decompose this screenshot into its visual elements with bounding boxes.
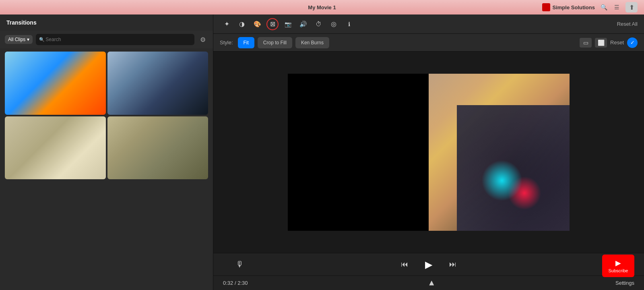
skip-back-icon: ⏮ bbox=[401, 260, 408, 269]
time-separator: / bbox=[235, 280, 236, 286]
list-item[interactable] bbox=[107, 116, 208, 180]
playback-bar: 🎙 ⏮ ▶ ⏭ ⤢ bbox=[213, 253, 644, 276]
fit-button[interactable]: Fit bbox=[238, 37, 254, 48]
wand-icon: ✦ bbox=[224, 20, 229, 28]
robot-overlay bbox=[457, 105, 570, 231]
titlebar: My Movie 1 Simple Solutions 🔍 ☰ ⬆ bbox=[0, 0, 644, 14]
skip-forward-icon: ⏭ bbox=[449, 260, 456, 269]
ken-burns-label: Ken Burns bbox=[301, 40, 324, 46]
play-button[interactable]: ▶ bbox=[421, 257, 437, 273]
youtube-subscribe-button[interactable]: ▶ Subscribe bbox=[602, 255, 634, 277]
toolbar: ✦ ◑ 🎨 ⊠ 📷 🔊 ⏱ ◎ ℹ bbox=[213, 14, 644, 34]
settings-link[interactable]: Settings bbox=[615, 280, 634, 286]
video-left-black bbox=[288, 74, 429, 231]
check-icon: ✓ bbox=[630, 39, 635, 46]
microphone-button[interactable]: 🎙 bbox=[233, 258, 246, 271]
aspect-16-9-button[interactable]: ▭ bbox=[580, 38, 592, 48]
company-name: Simple Solutions bbox=[553, 4, 595, 10]
list-item[interactable] bbox=[5, 116, 106, 180]
titlebar-right: Simple Solutions 🔍 ☰ ⬆ bbox=[542, 2, 638, 12]
timeline-indicator bbox=[429, 281, 434, 286]
titlebar-list-icon[interactable]: ☰ bbox=[613, 3, 621, 11]
reset-button[interactable]: Reset bbox=[610, 39, 624, 46]
timeline-marker bbox=[429, 281, 434, 286]
speed-button[interactable]: ⏱ bbox=[312, 17, 325, 31]
camera-icon: 📷 bbox=[285, 21, 291, 27]
fit-label: Fit bbox=[244, 40, 249, 46]
crop-to-fill-label: Crop to Fill bbox=[263, 40, 287, 46]
info-icon: ℹ bbox=[348, 21, 350, 27]
color-palette-button[interactable]: 🎨 bbox=[250, 17, 264, 31]
magic-wand-button[interactable]: ✦ bbox=[220, 17, 233, 31]
camera-filter-button[interactable]: 📷 bbox=[281, 17, 295, 31]
list-item[interactable] bbox=[5, 52, 106, 115]
panel-header: Transitions bbox=[0, 14, 213, 31]
chevron-down-icon: ▾ bbox=[27, 37, 29, 42]
reset-all-button[interactable]: Reset All bbox=[617, 21, 638, 27]
aspect-4-3-icon: ⬜ bbox=[598, 39, 605, 46]
microphone-icon: 🎙 bbox=[236, 260, 244, 269]
crop-icon: ⊠ bbox=[270, 20, 275, 28]
skip-forward-button[interactable]: ⏭ bbox=[446, 258, 459, 271]
play-icon: ▶ bbox=[425, 259, 432, 270]
app-logo: Simple Solutions bbox=[542, 3, 595, 11]
audio-button[interactable]: 🔊 bbox=[296, 17, 310, 31]
speed-icon: ⏱ bbox=[316, 21, 322, 27]
youtube-subscribe-label: Subscribe bbox=[609, 268, 628, 273]
youtube-play-icon: ▶ bbox=[615, 259, 621, 267]
aspect-16-9-icon: ▭ bbox=[583, 39, 588, 46]
noise-icon: ◎ bbox=[331, 20, 336, 28]
current-time: 0:32 bbox=[223, 280, 233, 286]
right-panel: ✦ ◑ 🎨 ⊠ 📷 🔊 ⏱ ◎ ℹ bbox=[213, 14, 644, 290]
audio-icon: 🔊 bbox=[299, 21, 307, 28]
palette-icon: 🎨 bbox=[254, 21, 261, 28]
settings-icon-button[interactable]: ⚙ bbox=[198, 34, 208, 45]
style-label: Style: bbox=[220, 39, 233, 46]
left-panel: Transitions All Clips ▾ 🔍 ⚙ bbox=[0, 14, 213, 290]
total-time: 2:30 bbox=[237, 280, 248, 286]
share-button[interactable]: ⬆ bbox=[625, 2, 638, 12]
search-input[interactable] bbox=[36, 34, 194, 45]
style-bar-right: ▭ ⬜ Reset ✓ bbox=[580, 37, 638, 48]
video-right-content bbox=[429, 74, 570, 231]
color-balance-button[interactable]: ◑ bbox=[235, 17, 249, 31]
thumbnail-grid bbox=[0, 48, 213, 182]
skip-back-button[interactable]: ⏮ bbox=[398, 258, 411, 271]
video-frame bbox=[288, 74, 570, 231]
time-display: 0:32 / 2:30 bbox=[223, 280, 248, 286]
noise-button[interactable]: ◎ bbox=[327, 17, 341, 31]
crop-to-fill-button[interactable]: Crop to Fill bbox=[258, 37, 292, 48]
video-area bbox=[213, 52, 644, 253]
all-clips-label: All Clips bbox=[8, 37, 25, 42]
info-button[interactable]: ℹ bbox=[342, 17, 356, 31]
ken-burns-button[interactable]: Ken Burns bbox=[295, 37, 329, 48]
panel-title: Transitions bbox=[6, 19, 37, 26]
list-item[interactable] bbox=[107, 52, 208, 115]
status-bar: 0:32 / 2:30 Settings bbox=[213, 276, 644, 290]
color-balance-icon: ◑ bbox=[239, 20, 245, 28]
all-clips-button[interactable]: All Clips ▾ bbox=[5, 35, 33, 44]
main-container: Transitions All Clips ▾ 🔍 ⚙ bbox=[0, 14, 644, 290]
clips-toolbar: All Clips ▾ 🔍 ⚙ bbox=[0, 31, 213, 48]
style-bar: Style: Fit Crop to Fill Ken Burns ▭ ⬜ Re… bbox=[213, 34, 644, 52]
aspect-4-3-button[interactable]: ⬜ bbox=[595, 38, 607, 48]
titlebar-search-icon[interactable]: 🔍 bbox=[600, 3, 608, 11]
crop-button[interactable]: ⊠ bbox=[266, 17, 279, 31]
gear-icon: ⚙ bbox=[200, 36, 206, 44]
search-wrapper: 🔍 bbox=[36, 34, 194, 45]
window-title: My Movie 1 bbox=[308, 4, 336, 10]
app-logo-icon bbox=[542, 3, 550, 11]
confirm-button[interactable]: ✓ bbox=[627, 37, 638, 48]
